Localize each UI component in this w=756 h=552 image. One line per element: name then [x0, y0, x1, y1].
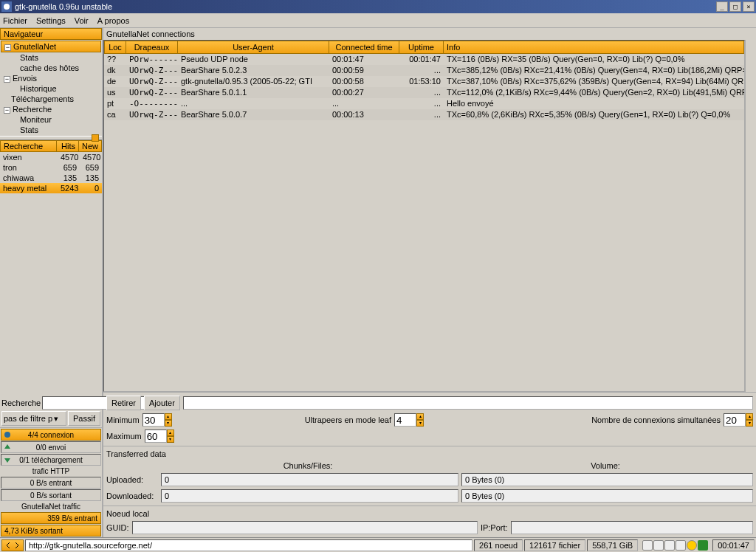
ultra-input[interactable]	[394, 413, 416, 427]
status-icons	[639, 540, 711, 551]
connection-row[interactable]: caUOrwq-Z---BearShare 5.0.0.700:00:13...…	[104, 109, 744, 120]
tree-collapse-icon[interactable]: −	[4, 107, 10, 114]
spin-down-icon[interactable]: ▾	[416, 420, 424, 427]
connection-row[interactable]: pt-O--------.........Hello envoyé	[104, 98, 744, 109]
col-uptime[interactable]: Uptime	[399, 41, 444, 54]
spin-down-icon[interactable]: ▾	[746, 420, 753, 427]
search-row[interactable]: vixen45704570	[0, 152, 102, 162]
menu-view[interactable]: Voir	[75, 16, 89, 25]
nav-gnutellanet[interactable]: −GnutellaNet	[1, 41, 101, 52]
min-spinner[interactable]: ▴▾	[142, 413, 172, 427]
nav-tree: −GnutellaNet Stats cache des hôtes −Envo…	[0, 40, 102, 136]
transfer-title: Transferred data	[106, 449, 753, 458]
nav-hostcache[interactable]: cache des hôtes	[1, 63, 101, 73]
host-input[interactable]	[183, 396, 753, 410]
status-icon-3[interactable]	[664, 540, 675, 551]
uploaded-label: Uploaded:	[106, 475, 158, 484]
col-loc[interactable]: Loc	[104, 41, 126, 54]
main-title: GnutellaNet connections	[103, 28, 756, 40]
grid-scrollbar[interactable]	[745, 40, 756, 392]
gnet-traffic-label: GnutellaNet traffic	[1, 502, 101, 511]
add-button[interactable]: Ajouter	[144, 396, 180, 410]
spin-up-icon[interactable]: ▴	[167, 429, 174, 436]
nav-downloads[interactable]: Téléchargements	[1, 94, 101, 104]
http-out: 0 B/s sortant	[1, 489, 101, 501]
nav-moniteur[interactable]: Moniteur	[1, 114, 101, 125]
spin-up-icon[interactable]: ▴	[416, 413, 424, 420]
tree-collapse-icon[interactable]: −	[4, 76, 10, 83]
grid-body: ??POrw------Pseudo UDP node00:01:4700:01…	[104, 54, 744, 391]
connection-controls: Retirer Ajouter Minimum ▴▾ Ultrapeers en…	[103, 392, 756, 446]
remove-button[interactable]: Retirer	[106, 396, 141, 410]
col-connected-time[interactable]: Connected time	[329, 41, 399, 54]
simul-spinner[interactable]: ▴▾	[724, 413, 753, 427]
spin-down-icon[interactable]: ▾	[165, 420, 172, 427]
nav-envois[interactable]: −Envois	[1, 73, 101, 83]
guid-label: GUID:	[106, 523, 129, 532]
search-row[interactable]: tron659659	[0, 162, 102, 173]
filter-combo[interactable]: pas de filtre p ▾	[1, 411, 66, 426]
ipport-label: IP:Port:	[481, 523, 508, 532]
spin-up-icon[interactable]: ▴	[746, 413, 753, 420]
tree-collapse-icon[interactable]: −	[4, 44, 11, 51]
status-icon-4[interactable]	[676, 540, 686, 551]
maximize-button[interactable]: □	[729, 1, 741, 12]
nav-historique[interactable]: Historique	[1, 83, 101, 94]
smiley-icon[interactable]	[687, 540, 697, 551]
close-button[interactable]: ×	[743, 1, 755, 12]
star-icon[interactable]	[698, 540, 708, 551]
app-icon	[1, 1, 12, 12]
connection-row[interactable]: ??POrw------Pseudo UDP node00:01:4700:01…	[104, 54, 744, 65]
menu-settings[interactable]: Settings	[36, 16, 66, 25]
status-icon-2[interactable]	[653, 540, 664, 551]
max-input[interactable]	[145, 429, 167, 443]
connection-row[interactable]: usUOrwQ-Z---BearShare 5.0.1.100:00:27...…	[104, 87, 744, 98]
minimize-button[interactable]: _	[716, 1, 728, 12]
http-traffic-label: trafic HTTP	[1, 466, 101, 476]
svg-point-2	[4, 432, 10, 438]
menubar: Fichier Settings Voir A propos	[0, 13, 756, 28]
col-useragent[interactable]: User-Agent	[178, 41, 329, 54]
search-col-new[interactable]: New	[79, 141, 101, 151]
sidebar-sash-1[interactable]	[0, 136, 102, 140]
nav-recherche[interactable]: −Recherche	[1, 104, 101, 114]
sash-handle-icon[interactable]	[92, 134, 99, 142]
min-label: Minimum	[106, 415, 140, 424]
col-info[interactable]: Info	[444, 41, 744, 54]
nav-header: Navigateur	[0, 28, 102, 40]
guid-value	[132, 521, 478, 534]
connection-row[interactable]: deUOrwQ-Z---gtk-gnutella/0.95.3 (2005-05…	[104, 76, 744, 87]
node-count: 261 noeud	[474, 539, 523, 551]
search-col-name[interactable]: Recherche	[1, 141, 57, 151]
uploaded-chunks: 0	[161, 473, 458, 486]
svg-point-1	[4, 4, 10, 10]
file-count: 121617 fichier	[524, 539, 585, 551]
search-col-hits[interactable]: Hits	[57, 141, 79, 151]
url-display: http://gtk-gnutella.sourceforge.net/	[25, 539, 472, 551]
menu-file[interactable]: Fichier	[3, 16, 27, 25]
connection-row[interactable]: dkUOrwQ-Z---BearShare 5.0.2.300:00:59...…	[104, 65, 744, 76]
bottom-statusbar: http://gtk-gnutella.sourceforge.net/ 261…	[0, 537, 756, 552]
gnet-in: 359 B/s entrant	[1, 512, 101, 524]
sidebar-status: 4/4 connexion 0/0 envoi 0/1 téléchargeme…	[0, 427, 102, 537]
window-titlebar: gtk-gnutella 0.96u unstable _ □ ×	[0, 0, 756, 13]
min-input[interactable]	[142, 413, 165, 427]
passive-button[interactable]: Passif	[68, 411, 100, 426]
search-row[interactable]: heavy metal52430	[0, 183, 102, 193]
simul-input[interactable]	[724, 413, 746, 427]
connections-grid: Loc Drapeaux User-Agent Connected time U…	[103, 40, 745, 392]
status-icon-1[interactable]	[642, 540, 653, 551]
downloaded-volume: 0 Bytes (0)	[461, 489, 753, 503]
local-node-title: Noeud local	[106, 509, 753, 518]
search-row[interactable]: chiwawa135135	[0, 173, 102, 183]
spin-down-icon[interactable]: ▾	[167, 436, 174, 443]
ultra-spinner[interactable]: ▴▾	[394, 413, 424, 427]
ipport-value	[511, 521, 753, 534]
max-spinner[interactable]: ▴▾	[145, 429, 174, 443]
nav-stats[interactable]: Stats	[1, 52, 101, 63]
nav-stats2[interactable]: Stats	[1, 125, 101, 135]
col-flags[interactable]: Drapeaux	[126, 41, 178, 54]
expand-button[interactable]	[1, 539, 24, 551]
spin-up-icon[interactable]: ▴	[165, 413, 172, 420]
menu-about[interactable]: A propos	[97, 16, 129, 25]
